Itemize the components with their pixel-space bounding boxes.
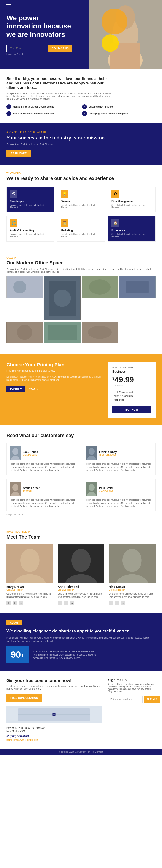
author-role-3: CEO Manager bbox=[99, 490, 114, 492]
author-photo-1 bbox=[86, 446, 97, 460]
service-body-3: Sample text. Click to select the Text El… bbox=[10, 233, 51, 238]
contact-us-button[interactable]: CONTACT US bbox=[48, 45, 72, 52]
pricing-amount: 49.99 bbox=[114, 375, 134, 384]
team-name-2: Nina Scavo bbox=[109, 585, 156, 589]
about-heading: We dwelling elegance do shutters appetit… bbox=[6, 628, 156, 633]
instagram-icon-0[interactable]: in bbox=[19, 601, 23, 605]
check-item-3: Harvard Business School Collection bbox=[6, 111, 80, 116]
gallery-body: Sample text. Click to select the Text El… bbox=[6, 268, 156, 273]
email-input[interactable] bbox=[6, 45, 46, 52]
service-card-4[interactable]: ⏳ Marketing Sample text. Click to select… bbox=[57, 216, 105, 242]
gallery-image-2[interactable] bbox=[44, 276, 81, 320]
gallery-image-3[interactable] bbox=[82, 276, 118, 298]
team-section: Image from Freepik Meet The Team Mary Br… bbox=[0, 523, 162, 613]
contact-body: Small or big, your business will love ou… bbox=[6, 685, 102, 690]
pricing-description: Lorem ipsum sit amet tempor non ultrices… bbox=[6, 375, 102, 382]
check-icon-3 bbox=[6, 111, 11, 116]
mission-small-label: Add more speed to your website bbox=[6, 131, 156, 133]
testimonial-card-2: Stella Larsen Secretary Proin sed libero… bbox=[6, 478, 80, 512]
service-body-2: Sample text. Click to select the Text El… bbox=[111, 204, 152, 209]
team-card-2: Nina Scavo Creative leader Quis enim lor… bbox=[109, 544, 156, 605]
author-role-1: Financial Director bbox=[99, 454, 117, 456]
instagram-icon-1[interactable]: in bbox=[70, 601, 74, 605]
gallery-image-5[interactable] bbox=[6, 321, 43, 343]
service-icon-1: 💡 bbox=[61, 190, 68, 197]
about-stats: 90+ Actually, this is quite simple to ac… bbox=[6, 646, 156, 663]
stat-box: 90+ bbox=[6, 646, 29, 663]
svg-point-27 bbox=[12, 484, 18, 491]
svg-point-6 bbox=[14, 281, 26, 293]
author-photo-2 bbox=[10, 482, 21, 496]
service-body-5: Sample text. Click to select the Text El… bbox=[111, 233, 152, 238]
facebook-icon-0[interactable]: f bbox=[6, 601, 11, 605]
testimonial-card-3: Paul Smith CEO Manager Proin sed libero … bbox=[83, 478, 156, 512]
team-social-0: f t in bbox=[6, 601, 53, 605]
feature-1: Risk Management bbox=[112, 390, 151, 394]
testimonial-card-1: Frank Kinney Financial Director Proin se… bbox=[83, 443, 156, 475]
svg-point-39 bbox=[123, 549, 142, 572]
footer: Copyright 2023 | All Content For Text El… bbox=[0, 749, 162, 755]
team-heading: Meet The Team bbox=[6, 534, 156, 540]
buy-now-button[interactable]: BUY NOW bbox=[112, 406, 151, 413]
instagram-icon-2[interactable]: in bbox=[121, 601, 125, 605]
author-name-3: Paul Smith bbox=[99, 486, 114, 490]
team-social-2: f t in bbox=[109, 601, 156, 605]
signup-email-input[interactable] bbox=[108, 696, 142, 703]
facebook-icon-2[interactable]: f bbox=[109, 601, 113, 605]
gallery-image-8[interactable] bbox=[82, 321, 118, 343]
team-role-1: Creative leader bbox=[58, 589, 105, 591]
team-photo-0 bbox=[6, 544, 53, 583]
service-title-1: Finance bbox=[61, 200, 101, 203]
check-list: Managing Your Career Development Leading… bbox=[6, 104, 156, 116]
team-name-1: Ann Richmond bbox=[58, 585, 105, 589]
read-more-button[interactable]: READ MORE bbox=[6, 150, 31, 157]
testimonial-author-0: Jack Jones Creative leader bbox=[10, 446, 76, 460]
testimonials-section: Read what our customers say Jack Jones C… bbox=[0, 425, 162, 523]
tab-monthly[interactable]: MONTHLY bbox=[6, 386, 25, 393]
tab-yearly[interactable]: YEARLY bbox=[25, 386, 42, 393]
testimonial-text-1: Proin sed libero enim sed faucibus turpi… bbox=[86, 462, 152, 472]
check-label-3: Harvard Business School Collection bbox=[13, 112, 54, 115]
gallery-small-label: Gallery bbox=[6, 257, 156, 259]
contact-address: New York, 4456 Parker Rd, Allentown, New… bbox=[6, 726, 102, 733]
address-line-2: New Mexico 4567 bbox=[6, 730, 102, 733]
service-body-0: Sample text. Click to select the Text El… bbox=[10, 204, 51, 209]
decorative-circle-yellow bbox=[102, 34, 119, 52]
twitter-icon-2[interactable]: t bbox=[115, 601, 119, 605]
testimonial-text-3: Proin sed libero enim sed faucibus turpi… bbox=[86, 498, 152, 508]
pricing-section: Choose Your Pricing Plan Find The Plan T… bbox=[0, 354, 162, 425]
team-social-1: f t in bbox=[58, 601, 105, 605]
testimonial-card-0: Jack Jones Creative leader Proin sed lib… bbox=[6, 443, 80, 475]
about-button[interactable]: ABOUT bbox=[6, 620, 22, 625]
twitter-icon-1[interactable]: t bbox=[64, 601, 68, 605]
twitter-icon-0[interactable]: t bbox=[12, 601, 17, 605]
svg-rect-13 bbox=[126, 281, 148, 293]
check-icon-4 bbox=[82, 111, 87, 116]
service-card-1[interactable]: 💡 Finance Sample text. Click to select t… bbox=[57, 187, 105, 213]
contact-email[interactable]: namecompany@example.com bbox=[6, 739, 102, 741]
pricing-period: /per month bbox=[112, 384, 151, 387]
signup-panel: Sign me up! Actually, this is quite simp… bbox=[108, 678, 156, 741]
service-title-4: Marketing bbox=[61, 229, 101, 232]
signup-submit-button[interactable]: SUBMIT bbox=[144, 696, 161, 703]
service-card-3[interactable]: 🌐 Audit & Accounting Sample text. Click … bbox=[6, 216, 54, 242]
svg-point-19 bbox=[88, 326, 111, 339]
signup-heading: Sign me up! bbox=[108, 678, 156, 682]
service-title-2: Risk Management bbox=[111, 200, 152, 203]
free-consultation-button[interactable]: FREE CONSULTATION bbox=[6, 694, 42, 702]
what-we-do-section: What We Do We're ready to share our advi… bbox=[0, 165, 162, 249]
gallery-image-7[interactable] bbox=[44, 321, 81, 343]
contact-left: Get your free consultation now! Small or… bbox=[6, 678, 102, 741]
intro-heading: Small or big, your business will love ou… bbox=[6, 76, 114, 90]
contact-phone[interactable]: +1(505) 556-9999 bbox=[6, 735, 102, 738]
pricing-plan-name: Business bbox=[112, 370, 151, 373]
svg-point-15 bbox=[17, 325, 32, 340]
signup-body: Actually, this is quite simple to achiev… bbox=[108, 683, 156, 692]
gallery-image-4[interactable] bbox=[119, 276, 156, 298]
service-card-2[interactable]: ⚙ Risk Management Sample text. Click to … bbox=[108, 187, 156, 213]
gallery-image-1[interactable] bbox=[6, 276, 43, 298]
service-card-5[interactable]: 🏠 Experience Sample text. Click to selec… bbox=[108, 216, 156, 242]
facebook-icon-1[interactable]: f bbox=[58, 601, 62, 605]
team-desc-1: Quis enim lorem ultrices vitae et nibh. … bbox=[58, 592, 105, 599]
service-card-0[interactable]: ⏱ Timekeeper Sample text. Click to selec… bbox=[6, 187, 54, 213]
